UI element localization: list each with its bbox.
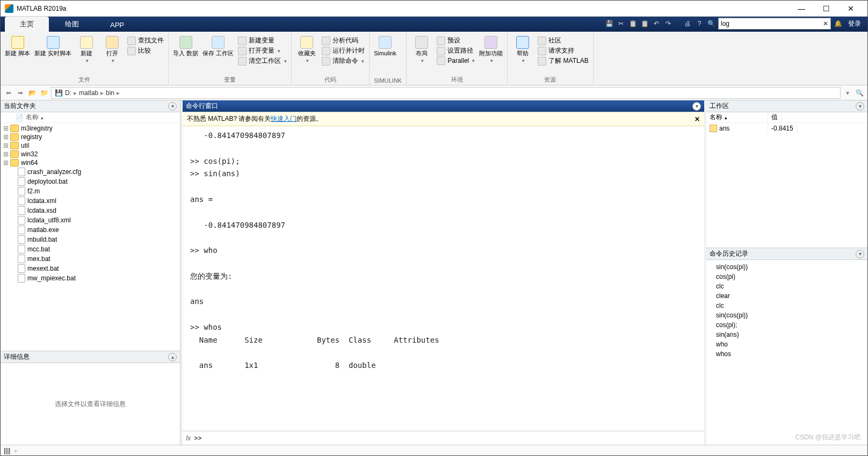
tree-file[interactable]: mex.bat	[1, 254, 180, 264]
tree-folder[interactable]: ⊞win64	[1, 158, 180, 167]
history-item[interactable]: sin(cos(pi))	[716, 262, 858, 272]
print-icon[interactable]: 🖨	[683, 19, 692, 28]
clear-commands-button[interactable]: 清除命令	[322, 56, 365, 66]
find-files-button[interactable]: 查找文件	[127, 36, 164, 45]
history-item[interactable]: cos(pi)	[716, 272, 858, 281]
history-item[interactable]: sin(cos(pi))	[716, 310, 858, 320]
path-search-icon[interactable]: 🔍	[855, 88, 864, 98]
save-workspace-button[interactable]: 保存 工作区	[202, 34, 234, 57]
compare-button[interactable]: 比较	[127, 46, 164, 55]
cut-icon[interactable]: ✂	[616, 19, 626, 28]
help-icon[interactable]: ?	[695, 19, 704, 28]
close-button[interactable]: ✕	[838, 1, 863, 16]
tree-folder[interactable]: ⊞win32	[1, 150, 180, 158]
search-doc-icon[interactable]: 🔍	[706, 19, 716, 28]
path-seg-2[interactable]: bin	[106, 89, 114, 97]
path-input[interactable]: 💾 D:▸ matlab▸ bin▸	[51, 87, 841, 99]
new-script-button[interactable]: 新建 脚本	[5, 34, 30, 57]
search-input[interactable]	[721, 20, 823, 27]
tree-file[interactable]: lcdata.xsd	[1, 206, 180, 215]
preferences-button[interactable]: 预设	[437, 36, 475, 45]
tree-file[interactable]: mbuild.bat	[1, 235, 180, 244]
fx-icon[interactable]: fx	[186, 435, 191, 442]
tab-home[interactable]: 主页	[5, 17, 49, 32]
tree-file[interactable]: mw_mpiexec.bat	[1, 273, 180, 283]
learn-matlab-button[interactable]: 了解 MATLAB	[538, 56, 588, 66]
analyze-code-button[interactable]: 分析代码	[322, 36, 365, 45]
help-button[interactable]: 帮助	[512, 34, 533, 63]
tree-folder[interactable]: ⊞util	[1, 141, 180, 150]
redo-icon[interactable]: ↷	[663, 19, 673, 28]
tree-file[interactable]: f2.m	[1, 186, 180, 196]
copy-icon[interactable]: 📋	[628, 19, 638, 28]
history-item[interactable]: sin(ans)	[716, 330, 858, 339]
tree-folder[interactable]: ⊞registry	[1, 133, 180, 141]
workspace-row[interactable]: ans-0.8415	[706, 123, 867, 134]
import-data-button[interactable]: 导入 数据	[173, 34, 198, 57]
command-window-header[interactable]: 命令行窗口 ▾	[183, 100, 704, 112]
undo-icon[interactable]: ↶	[652, 19, 661, 28]
clear-workspace-button[interactable]: 清空工作区	[238, 56, 287, 66]
quick-start-link[interactable]: 快速入门	[271, 115, 296, 122]
tab-app[interactable]: APP	[95, 18, 139, 32]
history-item[interactable]: whos	[716, 349, 858, 359]
history-menu-icon[interactable]: ▾	[856, 250, 864, 258]
banner-close-icon[interactable]: ✕	[695, 115, 700, 123]
nav-browse-icon[interactable]: 📁	[39, 88, 49, 98]
history-item[interactable]: who	[716, 339, 858, 349]
workspace-body[interactable]: ans-0.8415	[706, 123, 867, 248]
layout-button[interactable]: 布局	[411, 34, 432, 63]
open-variable-button[interactable]: 打开变量	[238, 46, 287, 55]
request-support-button[interactable]: 请求支持	[538, 46, 588, 55]
new-button[interactable]: 新建	[76, 34, 97, 63]
tree-file[interactable]: mexext.bat	[1, 264, 180, 273]
new-variable-button[interactable]: 新建变量	[238, 36, 287, 45]
history-body[interactable]: sin(cos(pi))cos(pi)clcclearclcsin(cos(pi…	[706, 260, 867, 445]
history-item[interactable]: cos(pi);	[716, 320, 858, 330]
nav-back-icon[interactable]: ⬅	[4, 88, 13, 98]
login-button[interactable]: 登录	[845, 19, 864, 28]
tree-file[interactable]: lcdata_utf8.xml	[1, 215, 180, 225]
set-path-button[interactable]: 设置路径	[437, 46, 475, 55]
save-icon[interactable]: 💾	[604, 19, 614, 28]
history-item[interactable]: clc	[716, 301, 858, 310]
path-dropdown-icon[interactable]: ▾	[843, 88, 852, 98]
command-input-row[interactable]: fx >>	[183, 431, 704, 445]
nav-up-icon[interactable]: 📂	[27, 88, 37, 98]
addons-button[interactable]: 附加功能	[479, 34, 503, 63]
folder-tree[interactable]: ⊞m3iregistry⊞registry⊞util⊞win32⊞win64cr…	[1, 123, 180, 351]
tree-file[interactable]: lcdata.xml	[1, 196, 180, 206]
ws-col-name[interactable]: 名称▴	[706, 112, 768, 122]
workspace-menu-icon[interactable]: ▾	[856, 102, 864, 111]
search-input-box[interactable]: ✕	[718, 18, 831, 30]
history-item[interactable]: clc	[716, 281, 858, 291]
folder-name-header[interactable]: 📄名称▴	[1, 112, 180, 123]
parallel-button[interactable]: Parallel	[437, 56, 475, 65]
minimize-button[interactable]: —	[789, 1, 814, 16]
nav-forward-icon[interactable]: ➡	[16, 88, 25, 98]
path-seg-1[interactable]: matlab	[79, 89, 98, 97]
path-drive[interactable]: D:	[65, 89, 71, 97]
tree-file[interactable]: deploytool.bat	[1, 177, 180, 186]
new-live-script-button[interactable]: 新建 实时脚本	[34, 34, 71, 57]
tree-file[interactable]: matlab.exe	[1, 225, 180, 235]
run-and-time-button[interactable]: 运行并计时	[322, 46, 365, 55]
paste-icon[interactable]: 📋	[640, 19, 649, 28]
maximize-button[interactable]: ☐	[814, 1, 838, 16]
search-clear-icon[interactable]: ✕	[823, 20, 828, 27]
tab-plot[interactable]: 绘图	[50, 17, 94, 32]
history-item[interactable]: clear	[716, 291, 858, 301]
community-button[interactable]: 社区	[538, 36, 588, 45]
tree-file[interactable]: mcc.bat	[1, 244, 180, 254]
current-folder-menu-icon[interactable]: ▾	[168, 102, 177, 111]
simulink-button[interactable]: Simulink	[374, 34, 396, 57]
ws-col-value[interactable]: 值	[768, 112, 782, 122]
command-window-output[interactable]: -0.841470984807897 >> cos(pi); >> sin(an…	[183, 126, 704, 431]
favorites-button[interactable]: 收藏夹	[296, 34, 317, 63]
details-menu-icon[interactable]: ▴	[168, 353, 177, 361]
tree-file[interactable]: crash_analyzer.cfg	[1, 167, 180, 177]
command-window-menu-icon[interactable]: ▾	[692, 102, 701, 111]
tree-folder[interactable]: ⊞m3iregistry	[1, 124, 180, 133]
bell-icon[interactable]: 🔔	[833, 19, 843, 28]
open-button[interactable]: 打开	[102, 34, 123, 63]
